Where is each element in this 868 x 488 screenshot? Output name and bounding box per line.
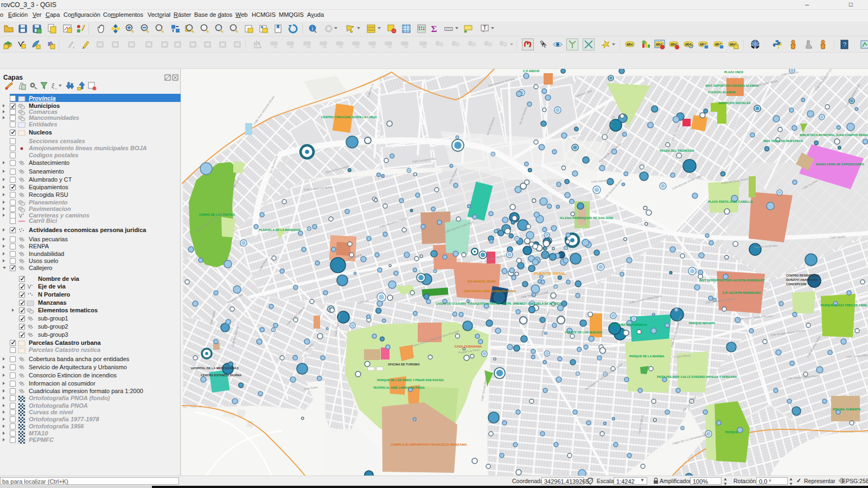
svg-text:CONCEPCION: CONCEPCION (786, 282, 806, 286)
svg-text:OFICINA DE TURISMO: OFICINA DE TURISMO (388, 363, 420, 366)
svg-text:NAVES FERIA DE EXPOSICIONES: NAVES FERIA DE EXPOSICIONES (816, 163, 864, 166)
svg-text:PLAZA POETA JOSE CABELLO: PLAZA POETA JOSE CABELLO (708, 200, 753, 203)
svg-text:CENTRO RESIDENCIAL: CENTRO RESIDENCIAL (786, 274, 820, 277)
svg-text:COLEGIO ALEMAN: COLEGIO ALEMAN (708, 91, 735, 94)
svg-text:TEATRO AL AIRE LIBRE LOS PINO: TEATRO AL AIRE LIBRE LOS PINOS (373, 386, 425, 389)
svg-text:PASEO DEL TROPEZON: PASEO DEL TROPEZON (660, 149, 694, 152)
svg-text:PLAZA UNCE: PLAZA UNCE (724, 70, 744, 74)
svg-text:PARQUE DE LOS PINOS Y PINAR SA: PARQUE DE LOS PINOS Y PINAR SAN RAFAEL (377, 378, 445, 382)
svg-text:PISTA POLIDEP. CALLE EUSEBIO O: PISTA POLIDEP. CALLE EUSEBIO ORTEGA Y VE… (657, 375, 737, 378)
svg-text:CENTRO CREACION JOVEN LA LONJA: CENTRO CREACION JOVEN LA LONJA (321, 115, 377, 119)
svg-text:E.P. AGUSTIN RODRIGUEZ: E.P. AGUSTIN RODRIGUEZ (723, 291, 761, 294)
svg-text:HOSPITAL DE LA MERCEDARIAS: HOSPITAL DE LA MERCEDARIAS (191, 367, 239, 370)
svg-text:SERVICIOS SOCIALES: SERVICIOS SOCIALES (718, 101, 751, 105)
svg-text:?: ? (843, 41, 846, 48)
svg-text:DONJUVI ANANCIADA: DONJUVI ANANCIADA (786, 278, 818, 281)
svg-text:CEIP ESCOLARES BARBARA REINA: CEIP ESCOLARES BARBARA REINA (464, 290, 516, 293)
svg-text:BIBLIOTECA MUNICIPAL JUAN CAMP: BIBLIOTECA MUNICIPAL JUAN CAMPOS REINA (800, 133, 868, 137)
svg-text:IES MANUEL REINA: IES MANUEL REINA (468, 280, 496, 283)
svg-text:i: i (312, 25, 314, 31)
svg-text:PARQUE PLAZA TRES DE ABRIL: PARQUE PLAZA TRES DE ABRIL (821, 304, 868, 307)
svg-text:abc: abc (685, 42, 692, 46)
svg-text:Σ: Σ (431, 24, 437, 34)
svg-text:INST DEPORTIVO GER AGUSTIN ROD: INST DEPORTIVO GER AGUSTIN RODRIGUEZ (699, 279, 765, 282)
svg-text:FUENTE DE LOS NUEVOS: FUENTE DE LOS NUEVOS (565, 331, 602, 334)
svg-text:CENTRO ESTANCIA DIURNA: CENTRO ESTANCIA DIURNA (201, 374, 241, 377)
svg-text:T: T (483, 25, 486, 31)
svg-text:abc: abc (627, 42, 633, 46)
svg-text:COMPLEJO DEPORTIVO FRANCISCO M: COMPLEJO DEPORTIVO FRANCISCO MANZANO (391, 443, 467, 446)
svg-text:C.P DIVINA PROVIDENCIA: C.P DIVINA PROVIDENCIA (610, 323, 647, 326)
svg-text:PISCINA CUBIERTA: PISCINA CUBIERTA (833, 408, 861, 411)
svg-text:INST. DEPORTIVA COLEGIO ALEMAN: INST. DEPORTIVA COLEGIO ALEMAN (705, 84, 758, 87)
svg-text:PARQUE INFANTA: PARQUE INFANTA (689, 322, 715, 325)
svg-text:C.P ANDUR: C.P ANDUR (523, 69, 539, 73)
svg-text:PARQUE: PARQUE (725, 431, 738, 434)
svg-text:INST. FERIA DE MUESTRAS: INST. FERIA DE MUESTRAS (763, 139, 803, 143)
svg-text:PARQUE DE LA MARINA: PARQUE DE LA MARINA (629, 355, 665, 358)
svg-text:CASAS DE CULTURA "FRASQUITO MA: CASAS DE CULTURA "FRASQUITO MANANO","PEP… (436, 302, 561, 305)
svg-text:IGLESIA PARROQUIAL DE SAN JOSE: IGLESIA PARROQUIAL DE SAN JOSE (560, 216, 614, 220)
svg-text:PUENTE GENIL: PUENTE GENIL (534, 271, 566, 276)
svg-text:PLAZUELA DE LA MANADOS: PLAZUELA DE LA MANADOS (259, 228, 301, 232)
